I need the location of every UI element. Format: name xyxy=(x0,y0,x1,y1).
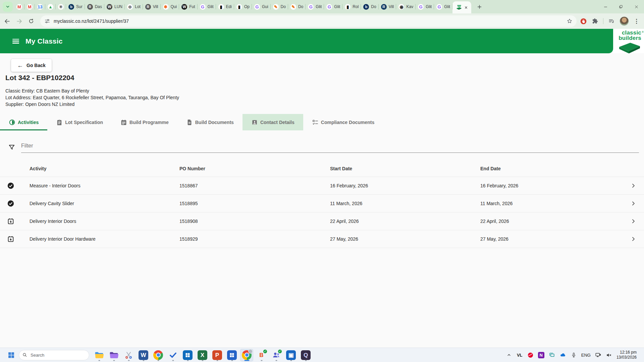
chrome-icon[interactable] xyxy=(152,349,165,361)
browser-tab[interactable]: ✎Do xyxy=(271,0,288,13)
table-row[interactable]: Delivery Cavity Slider151889511 March, 2… xyxy=(0,194,644,212)
q-dark-app-icon[interactable]: Q xyxy=(299,349,312,361)
browser-tab[interactable]: ✱Qui xyxy=(161,0,179,13)
browser-tab[interactable]: ⊕Lot xyxy=(125,0,143,13)
duplicate-display-icon[interactable] xyxy=(549,350,555,360)
browser-tab[interactable]: bDo xyxy=(361,0,378,13)
go-back-button[interactable]: ← Go Back xyxy=(11,59,52,72)
row-chevron-icon[interactable] xyxy=(630,182,637,189)
tab-activities[interactable]: Activities xyxy=(0,114,47,130)
word-icon[interactable]: W xyxy=(137,349,150,361)
browser-tab[interactable]: GGlit xyxy=(198,0,216,13)
browser-menu-icon[interactable]: ⋮ xyxy=(634,18,639,25)
onenote-icon[interactable]: N xyxy=(538,350,544,360)
close-window-icon[interactable] xyxy=(629,0,644,13)
row-chevron-icon[interactable] xyxy=(630,218,637,225)
tab-close-icon[interactable] xyxy=(464,6,468,9)
address-bar[interactable]: myclassic.co.nz/lot/2471/supplier/37 xyxy=(40,15,577,27)
excel-icon[interactable]: X xyxy=(196,349,209,361)
table-row[interactable]: Delivery Interior Door Hardware151892927… xyxy=(0,230,644,248)
menu-hamburger-icon[interactable] xyxy=(12,39,19,44)
classic-entity-line: Classic Entity: CB Eastern Bay of Plenty xyxy=(5,87,179,94)
browser-tab[interactable]: RVill xyxy=(379,0,396,13)
tab-build-programme[interactable]: Build Programme xyxy=(112,114,177,130)
browser-tab[interactable]: GGlit xyxy=(416,0,434,13)
browser-tab[interactable]: M xyxy=(24,0,35,13)
extensions-puzzle-icon[interactable] xyxy=(592,18,598,24)
file-explorer-icon[interactable] xyxy=(93,349,106,361)
app-title: My Classic xyxy=(25,37,63,45)
browser-tab[interactable]: ◉Kav xyxy=(396,0,416,13)
network-display-icon[interactable] xyxy=(595,350,601,360)
microphone-icon[interactable] xyxy=(571,350,577,360)
powerpoint-icon[interactable]: P xyxy=(211,349,224,361)
browser-tab[interactable]: WLUN xyxy=(104,0,125,13)
vl-tray-icon[interactable]: VL xyxy=(517,350,523,360)
browser-tab[interactable]: ▮Op xyxy=(234,0,252,13)
purple-folder-icon[interactable] xyxy=(107,349,120,361)
browser-tab-title: Kav xyxy=(406,4,413,9)
table-row[interactable]: Measure - Interior Doors151886716 Februa… xyxy=(0,177,644,194)
tab-lot-specification[interactable]: Lot Specification xyxy=(47,114,112,130)
taskbar-search[interactable] xyxy=(19,350,89,360)
adblock-icon[interactable] xyxy=(580,18,587,25)
browser-tab[interactable]: ▮Edi xyxy=(216,0,234,13)
taskbar-search-input[interactable] xyxy=(30,352,82,358)
reload-button[interactable] xyxy=(26,16,36,26)
back-button[interactable] xyxy=(2,16,12,26)
screen: MM13▲✳bSurRDasWLUN⊕LotRVill✱QuiWFutGGlit… xyxy=(0,0,644,362)
browser-tab[interactable]: GGlit xyxy=(306,0,324,13)
active-browser-tab[interactable] xyxy=(452,1,471,13)
maximize-window-icon[interactable] xyxy=(613,0,629,13)
filter-row xyxy=(8,140,639,154)
tab-compliance-documents[interactable]: Compliance Documents xyxy=(303,114,383,130)
url-text[interactable]: myclassic.co.nz/lot/2471/supplier/37 xyxy=(54,18,567,24)
browser-tab[interactable]: RVill xyxy=(143,0,161,13)
row-chevron-icon[interactable] xyxy=(630,200,637,207)
start-button[interactable] xyxy=(5,349,17,361)
browser-tab[interactable]: M xyxy=(14,0,24,13)
tab-contact-details[interactable]: Contact Details xyxy=(243,114,303,130)
cell-activity: Delivery Interior Doors xyxy=(21,219,171,224)
classic-builders-favicon xyxy=(457,5,462,10)
profile-avatar[interactable] xyxy=(620,16,629,26)
row-chevron-icon[interactable] xyxy=(630,236,637,242)
onedrive-icon[interactable] xyxy=(559,350,566,360)
tab-search-button[interactable] xyxy=(3,2,13,12)
browser-tab[interactable]: GGlit xyxy=(434,0,452,13)
browser-tab[interactable]: WFut xyxy=(179,0,197,13)
browser-tab[interactable]: 13 xyxy=(35,0,45,13)
browser-tab[interactable]: ✳ xyxy=(56,0,66,13)
forward-button[interactable] xyxy=(14,16,24,26)
b-orange-app-icon[interactable]: B✓ xyxy=(255,349,268,361)
language-indicator[interactable]: ENG xyxy=(581,350,591,360)
taskbar-clock[interactable]: 12:16 pm 13/03/2026 xyxy=(616,350,637,360)
tab-build-documents[interactable]: Build Documents xyxy=(177,114,243,130)
tray-expand-icon[interactable] xyxy=(506,350,512,360)
browser-tab[interactable]: ▮Rol xyxy=(342,0,361,13)
windows-app-icon[interactable] xyxy=(225,349,238,361)
media-controls-icon[interactable] xyxy=(608,18,615,24)
lot-details: Classic Entity: CB Eastern Bay of Plenty… xyxy=(5,87,179,108)
browser-tab[interactable]: GGlit xyxy=(324,0,342,13)
chrome-active-icon[interactable] xyxy=(240,349,253,361)
teams-icon[interactable]: ✓ xyxy=(270,349,283,361)
microsoft-store-icon[interactable] xyxy=(181,349,194,361)
browser-tab[interactable]: ▲ xyxy=(45,0,56,13)
new-tab-button[interactable] xyxy=(475,2,484,11)
bookmark-star-icon[interactable] xyxy=(567,18,573,24)
snipping-tool-icon[interactable] xyxy=(122,349,135,361)
table-row[interactable]: Delivery Interior Doors151890822 April, … xyxy=(0,212,644,230)
browser-tab[interactable]: ✎Do xyxy=(288,0,306,13)
blue-squares-app-icon[interactable]: ▣ xyxy=(284,349,298,361)
browser-tab[interactable]: bSur xyxy=(66,0,85,13)
volume-muted-icon[interactable] xyxy=(606,350,612,360)
todo-icon[interactable] xyxy=(166,349,179,361)
trend-micro-icon[interactable] xyxy=(527,350,534,360)
browser-tab[interactable]: GGui xyxy=(252,0,271,13)
browser-tab[interactable]: RDas xyxy=(85,0,104,13)
site-settings-icon[interactable] xyxy=(44,18,50,24)
r-circle-icon: R xyxy=(381,4,387,10)
minimize-window-icon[interactable] xyxy=(598,0,613,13)
filter-input[interactable] xyxy=(21,140,639,153)
